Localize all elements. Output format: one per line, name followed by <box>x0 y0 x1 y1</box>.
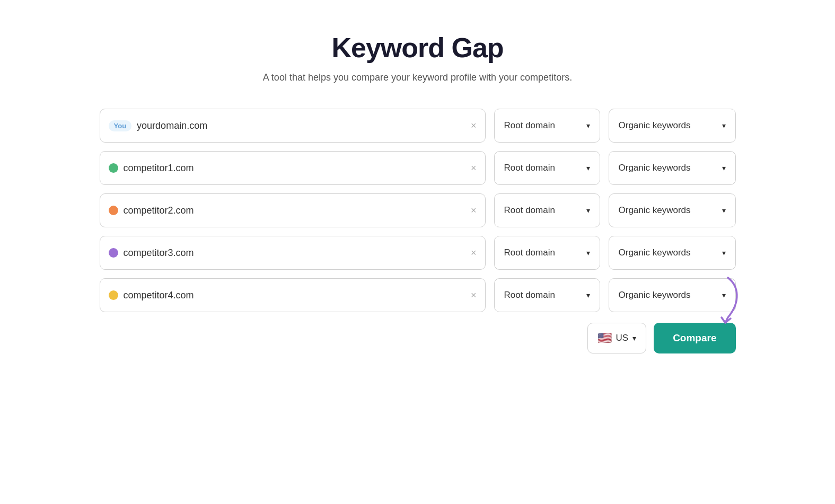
clear-icon-c1[interactable]: × <box>471 163 477 173</box>
dot-c3 <box>109 248 118 258</box>
compare-section: Compare <box>654 323 735 353</box>
dot-c2 <box>109 206 118 215</box>
clear-icon-you[interactable]: × <box>471 121 477 130</box>
root-domain-chevron-icon: ▾ <box>586 164 590 172</box>
domain-wrapper-c4: × <box>100 278 486 312</box>
root-domain-chevron-icon: ▾ <box>586 121 590 130</box>
arrow-annotation <box>696 275 744 328</box>
root-domain-dropdown-c2[interactable]: Root domain▾ <box>494 193 600 227</box>
page-title: Keyword Gap <box>331 32 503 64</box>
country-code: US <box>616 333 629 343</box>
root-domain-chevron-icon: ▾ <box>586 291 590 299</box>
root-domain-chevron-icon: ▾ <box>586 249 590 257</box>
root-domain-dropdown-c4[interactable]: Root domain▾ <box>494 278 600 312</box>
domain-wrapper-c2: × <box>100 193 486 227</box>
keywords-label: Organic keywords <box>619 205 691 216</box>
clear-icon-c3[interactable]: × <box>471 248 477 258</box>
domain-input-c1[interactable] <box>124 163 465 174</box>
bottom-row: 🇺🇸 US ▾ Compare <box>100 323 736 353</box>
row-c1: ×Root domain▾Organic keywords▾ <box>100 151 736 185</box>
root-domain-dropdown-c1[interactable]: Root domain▾ <box>494 151 600 185</box>
keywords-dropdown-you[interactable]: Organic keywords▾ <box>609 109 736 143</box>
root-domain-label: Root domain <box>504 163 555 173</box>
root-domain-label: Root domain <box>504 120 555 131</box>
keywords-chevron-icon: ▾ <box>722 164 726 172</box>
domain-input-you[interactable] <box>137 120 465 131</box>
clear-icon-c4[interactable]: × <box>471 290 477 300</box>
root-domain-dropdown-you[interactable]: Root domain▾ <box>494 109 600 143</box>
row-you: You×Root domain▾Organic keywords▾ <box>100 109 736 143</box>
keywords-label: Organic keywords <box>619 163 691 173</box>
keywords-chevron-icon: ▾ <box>722 206 726 215</box>
keywords-label: Organic keywords <box>619 247 691 258</box>
domain-input-c2[interactable] <box>124 205 465 216</box>
dot-c1 <box>109 163 118 173</box>
root-domain-chevron-icon: ▾ <box>586 206 590 215</box>
you-badge: You <box>109 120 132 131</box>
keywords-dropdown-c1[interactable]: Organic keywords▾ <box>609 151 736 185</box>
page-container: Keyword Gap A tool that helps you compar… <box>100 32 736 353</box>
country-dropdown[interactable]: 🇺🇸 US ▾ <box>587 323 647 353</box>
keywords-dropdown-c3[interactable]: Organic keywords▾ <box>609 236 736 270</box>
domain-wrapper-c1: × <box>100 151 486 185</box>
keywords-chevron-icon: ▾ <box>722 249 726 257</box>
page-subtitle: A tool that helps you compare your keywo… <box>263 72 572 83</box>
domain-wrapper-c3: × <box>100 236 486 270</box>
root-domain-label: Root domain <box>504 205 555 216</box>
dot-c4 <box>109 290 118 300</box>
country-chevron-icon: ▾ <box>632 334 636 342</box>
keywords-dropdown-c2[interactable]: Organic keywords▾ <box>609 193 736 227</box>
keywords-chevron-icon: ▾ <box>722 121 726 130</box>
form-container: You×Root domain▾Organic keywords▾×Root d… <box>100 109 736 312</box>
domain-input-c4[interactable] <box>124 290 465 301</box>
row-c2: ×Root domain▾Organic keywords▾ <box>100 193 736 227</box>
keywords-label: Organic keywords <box>619 120 691 131</box>
row-c3: ×Root domain▾Organic keywords▾ <box>100 236 736 270</box>
flag-icon: 🇺🇸 <box>597 331 612 345</box>
root-domain-label: Root domain <box>504 247 555 258</box>
clear-icon-c2[interactable]: × <box>471 206 477 215</box>
domain-input-c3[interactable] <box>124 247 465 259</box>
root-domain-dropdown-c3[interactable]: Root domain▾ <box>494 236 600 270</box>
row-c4: ×Root domain▾Organic keywords▾ <box>100 278 736 312</box>
root-domain-label: Root domain <box>504 290 555 300</box>
domain-wrapper-you: You× <box>100 109 486 143</box>
keywords-label: Organic keywords <box>619 290 691 300</box>
